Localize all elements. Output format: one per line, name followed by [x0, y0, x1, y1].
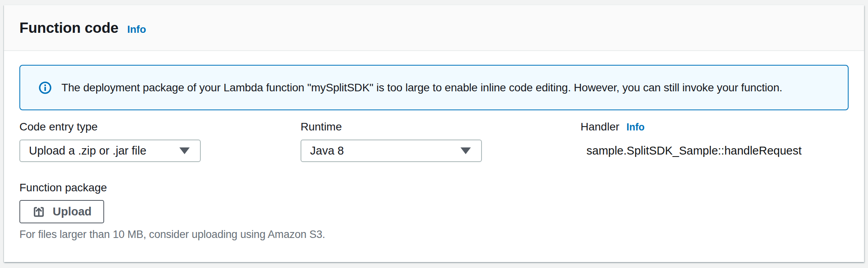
handler-label-row: Handler Info — [581, 120, 849, 134]
info-alert: The deployment package of your Lambda fu… — [19, 65, 849, 110]
field-runtime: Runtime Java 8 — [301, 120, 581, 162]
info-circle-icon — [38, 81, 52, 94]
caret-down-icon — [179, 147, 190, 154]
panel-info-link[interactable]: Info — [127, 23, 146, 36]
runtime-value: Java 8 — [310, 144, 344, 157]
handler-label: Handler — [581, 120, 619, 134]
runtime-label: Runtime — [301, 120, 581, 134]
handler-info-link[interactable]: Info — [626, 121, 645, 133]
panel-title: Function code — [19, 5, 118, 51]
upload-icon — [32, 205, 46, 219]
function-package-section: Function package Upload For files larger… — [19, 181, 849, 241]
code-entry-type-value: Upload a .zip or .jar file — [29, 144, 147, 157]
panel-body: The deployment package of your Lambda fu… — [4, 51, 864, 241]
handler-value[interactable]: sample.SplitSDK_Sample::handleRequest — [581, 140, 849, 162]
code-entry-type-label: Code entry type — [19, 120, 301, 134]
field-handler: Handler Info sample.SplitSDK_Sample::han… — [581, 120, 849, 162]
function-code-panel: Function code Info The deployment packag… — [4, 5, 864, 262]
upload-helper-text: For files larger than 10 MB, consider up… — [19, 228, 849, 241]
fields-row: Code entry type Upload a .zip or .jar fi… — [19, 120, 849, 162]
caret-down-icon — [461, 147, 471, 154]
upload-button[interactable]: Upload — [19, 200, 104, 223]
function-package-label: Function package — [19, 181, 849, 194]
code-entry-type-select[interactable]: Upload a .zip or .jar file — [19, 140, 201, 162]
panel-header: Function code Info — [4, 5, 864, 51]
upload-button-label: Upload — [53, 205, 91, 218]
field-code-entry-type: Code entry type Upload a .zip or .jar fi… — [19, 120, 301, 162]
runtime-select[interactable]: Java 8 — [301, 140, 482, 162]
info-alert-text: The deployment package of your Lambda fu… — [61, 81, 782, 94]
